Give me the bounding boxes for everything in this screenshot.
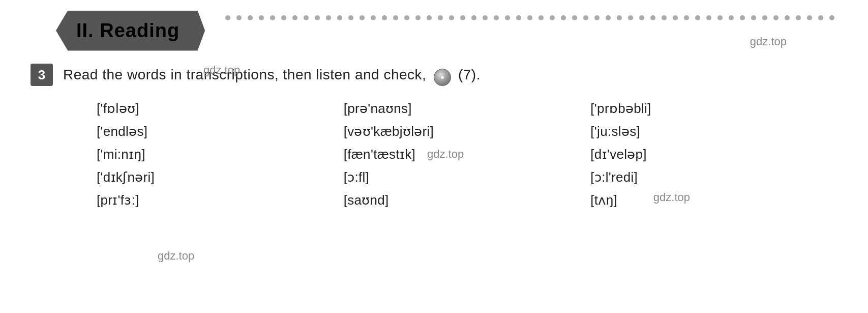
track-number: (7). [458,67,481,82]
dots-row [225,15,837,20]
dot [583,15,588,20]
cd-circle [434,69,451,86]
list-item: ['dɪkʃnəri] [97,168,344,187]
dot [606,15,611,20]
dot [561,15,566,20]
dot [225,15,230,20]
dot [662,15,667,20]
dot [594,15,600,20]
dot [427,15,432,20]
header-section: II. Reading [0,5,868,56]
dot [248,15,253,20]
section-title: II. Reading [76,20,179,42]
dot [259,15,264,20]
dot [438,15,443,20]
list-item: [prə'naʊns] [344,99,591,118]
dot [483,15,488,20]
dot [684,15,689,20]
dot [292,15,297,20]
dot [393,15,398,20]
watermark-2: gdz.top [427,148,464,161]
page-container: II. Reading [0,0,868,313]
dot [617,15,622,20]
instruction-text: Read the words in transcriptions, then l… [63,67,426,82]
watermark-4: gdz.top [158,249,194,263]
cd-icon [433,68,452,87]
dot [538,15,544,20]
dot [315,15,320,20]
dot [785,15,790,20]
dot [494,15,499,20]
cd-hole [440,75,444,79]
list-item: ['endləs] [97,122,344,141]
dot [360,15,365,20]
dot [717,15,723,20]
dot [304,15,309,20]
dot [404,15,409,20]
list-item: [prɪ'fɜ:] [97,191,344,210]
dot [281,15,286,20]
dot [415,15,421,20]
dot [449,15,454,20]
dot [505,15,510,20]
dot [460,15,465,20]
exercise-instruction: Read the words in transcriptions, then l… [63,67,481,87]
dot [829,15,834,20]
dot [673,15,678,20]
dot [382,15,387,20]
reading-banner: II. Reading [56,11,205,51]
dot [773,15,779,20]
list-item: ['prɒbəbli] [590,99,837,118]
exercise-number: 3 [31,64,53,86]
exercise-header: 3 Read the words in transcriptions, then… [31,64,837,87]
list-item: [saʊnd] [344,191,591,210]
dotted-line-container: gdz.top [225,10,837,51]
dot [807,15,812,20]
dot [236,15,242,20]
dot [516,15,521,20]
dot [796,15,801,20]
dot [371,15,376,20]
dot [762,15,767,20]
dot [527,15,532,20]
dot [650,15,655,20]
list-item: ['mi:nɪŋ] [97,145,344,164]
watermark-header: gdz.top [750,35,787,48]
list-item: ['fɒləʊ] [97,99,344,118]
list-item: [tʌŋ] [590,191,837,210]
dot [270,15,275,20]
dot [348,15,353,20]
word-column-3: ['prɒbəbli] ['ju:sləs] [dɪ'veləp] [ɔ:l'r… [590,99,837,210]
dot [337,15,342,20]
word-column-2: [prə'naʊns] [vəʊ'kæbjʊləri] [fæn'tæstɪk]… [344,99,591,210]
word-column-1: ['fɒləʊ] ['endləs] ['mi:nɪŋ] ['dɪkʃnəri]… [97,99,344,210]
dot [706,15,711,20]
list-item: ['ju:sləs] [590,122,837,141]
list-item: [dɪ'veləp] [590,145,837,164]
dot [751,15,756,20]
banner-shape: II. Reading [56,11,205,51]
list-item: [ɔ:l'redi] [590,168,837,187]
list-item: [vəʊ'kæbjʊləri] [344,122,591,141]
exercise-section: 3 Read the words in transcriptions, then… [0,56,868,215]
dot [326,15,331,20]
dot [550,15,555,20]
watermark-3: gdz.top [653,191,690,204]
dot [740,15,745,20]
dot [639,15,644,20]
dot [572,15,577,20]
list-item: [ɔ:fl] [344,168,591,187]
watermark-1: gdz.top [203,64,240,77]
dot [628,15,633,20]
dot [729,15,734,20]
dot [818,15,823,20]
dot [471,15,476,20]
list-item: [fæn'tæstɪk] [344,145,591,164]
dot [695,15,700,20]
